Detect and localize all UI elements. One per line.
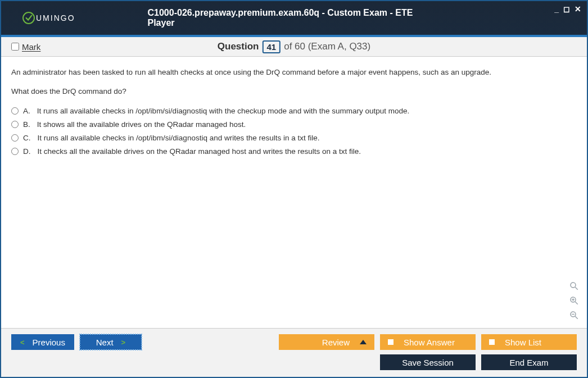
maximize-button[interactable]: ◻ — [563, 4, 570, 13]
logo-text: UMINGO — [36, 13, 75, 22]
window-controls: _ ◻ ✕ — [554, 4, 581, 13]
mark-checkbox[interactable] — [11, 43, 19, 51]
svg-line-7 — [575, 316, 578, 319]
option-c[interactable]: C. It runs all available checks in /opt/… — [11, 133, 577, 144]
option-d-radio[interactable] — [11, 148, 19, 155]
option-d-text: It checks all the available drives on th… — [38, 146, 361, 157]
mark-checkbox-wrap[interactable]: Mark — [11, 42, 40, 52]
option-c-letter: C. — [23, 133, 31, 144]
question-text: An administrator has been tasked to run … — [11, 67, 577, 98]
option-b-radio[interactable] — [11, 121, 19, 128]
svg-line-1 — [575, 287, 578, 290]
option-b[interactable]: B. It shows all the available drives on … — [11, 119, 577, 130]
zoom-in-icon[interactable] — [568, 294, 580, 307]
minimize-button[interactable]: _ — [554, 4, 559, 13]
option-a-radio[interactable] — [11, 107, 19, 115]
show-answer-button[interactable]: Show Answer — [380, 334, 476, 350]
question-intro: An administrator has been tasked to run … — [11, 67, 577, 78]
chevron-left-icon: < — [20, 338, 25, 347]
triangle-up-icon — [360, 340, 367, 344]
mark-label[interactable]: Mark — [22, 42, 40, 52]
logo-checkmark-icon — [22, 12, 35, 24]
review-button[interactable]: Review — [279, 334, 374, 350]
save-session-label: Save Session — [402, 358, 454, 367]
answer-options: A. It runs all available checks in /opt/… — [11, 106, 577, 158]
show-list-button[interactable]: Show List — [481, 334, 577, 350]
next-button[interactable]: Next > — [80, 334, 142, 350]
option-a-text: It runs all available checks in /opt/ibm… — [37, 106, 410, 117]
svg-point-0 — [571, 283, 576, 288]
chevron-right-icon: > — [121, 338, 126, 347]
end-exam-button[interactable]: End Exam — [481, 354, 577, 370]
option-d[interactable]: D. It checks all the available drives on… — [11, 146, 577, 157]
question-header: Mark Question 41 of 60 (Exam A, Q33) — [1, 37, 587, 57]
next-label: Next — [96, 338, 114, 347]
option-c-text: It runs all available checks in /opt/ibm… — [38, 133, 320, 144]
show-answer-label: Show Answer — [404, 338, 455, 347]
search-icon[interactable] — [568, 280, 580, 292]
stop-icon — [388, 339, 393, 345]
window-title: C1000-026.prepaway.premium.exam.60q - Cu… — [148, 8, 441, 28]
option-a[interactable]: A. It runs all available checks in /opt/… — [11, 106, 577, 117]
option-b-letter: B. — [23, 119, 30, 130]
show-list-label: Show List — [505, 338, 541, 347]
svg-line-3 — [575, 302, 578, 304]
question-content: An administrator has been tasked to run … — [1, 57, 587, 328]
question-word: Question — [218, 41, 259, 52]
footer: < Previous Next > Review Show Answer Sho… — [1, 328, 587, 377]
option-a-letter: A. — [23, 106, 30, 117]
previous-label: Previous — [33, 338, 65, 347]
close-button[interactable]: ✕ — [575, 4, 581, 13]
option-c-radio[interactable] — [11, 134, 19, 142]
question-counter: Question 41 of 60 (Exam A, Q33) — [218, 40, 370, 53]
zoom-controls — [568, 280, 580, 321]
question-total: of 60 (Exam A, Q33) — [284, 41, 370, 52]
save-session-button[interactable]: Save Session — [380, 354, 476, 370]
zoom-out-icon[interactable] — [568, 309, 580, 321]
review-label: Review — [322, 338, 350, 347]
title-bar: UMINGO C1000-026.prepaway.premium.exam.6… — [1, 1, 587, 35]
end-exam-label: End Exam — [509, 358, 548, 367]
option-d-letter: D. — [23, 146, 31, 157]
question-number-box: 41 — [262, 40, 281, 53]
app-logo: UMINGO — [22, 12, 75, 24]
previous-button[interactable]: < Previous — [11, 334, 74, 350]
option-b-text: It shows all the available drives on the… — [37, 119, 246, 130]
question-prompt: What does the DrQ command do? — [11, 86, 577, 97]
stop-icon — [489, 339, 495, 345]
